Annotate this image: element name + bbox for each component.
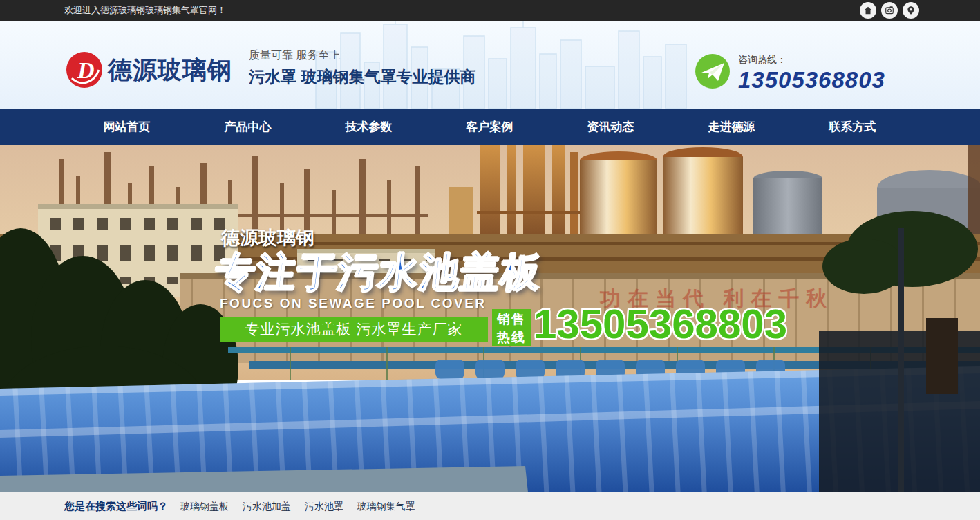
nav-list: 网站首页 产品中心 技术参数 客户案例 资讯动态 走进德源 联系方式 <box>66 109 913 145</box>
hotline-label: 咨询热线： <box>738 54 885 66</box>
slogan-line1: 质量可靠 服务至上 <box>249 48 475 63</box>
hero-hotline-number: 13505368803 <box>534 300 787 348</box>
keyword-link-4[interactable]: 玻璃钢集气罩 <box>357 501 415 512</box>
hero-photo: 功在当代 利在千秋 <box>0 145 980 492</box>
header-slogan: 质量可靠 服务至上 污水罩 玻璃钢集气罩专业提供商 <box>249 48 475 88</box>
hero-banner[interactable]: 功在当代 利在千秋 <box>0 145 980 492</box>
header-hotline: 咨询热线： 13505368803 <box>695 54 885 93</box>
keyword-link-2[interactable]: 污水池加盖 <box>243 501 291 512</box>
nav-item-products[interactable]: 产品中心 <box>187 109 308 145</box>
keyword-link-1[interactable]: 玻璃钢盖板 <box>180 501 229 512</box>
search-bar: 您是在搜索这些词吗？ 玻璃钢盖板 污水池加盖 污水池罩 玻璃钢集气罩 搜索 <box>0 492 980 520</box>
nav-item-news[interactable]: 资讯动态 <box>550 109 671 145</box>
topbar: 欢迎进入德源玻璃钢玻璃钢集气罩官网！ <box>0 0 980 21</box>
nav-item-specs[interactable]: 技术参数 <box>308 109 429 145</box>
welcome-text: 欢迎进入德源玻璃钢玻璃钢集气罩官网！ <box>64 0 226 21</box>
slogan-line2: 污水罩 玻璃钢集气罩专业提供商 <box>249 66 475 88</box>
home-icon[interactable] <box>860 2 876 19</box>
nav-item-cases[interactable]: 客户案例 <box>429 109 550 145</box>
hero-subheadline: FOUCS ON SEWAGE POOL COVER <box>220 296 487 311</box>
search-hint-label: 您是在搜索这些词吗？ <box>64 500 168 512</box>
logo-text: 德源玻璃钢 <box>108 54 232 86</box>
main-nav: 网站首页 产品中心 技术参数 客户案例 资讯动态 走进德源 联系方式 <box>0 109 980 145</box>
hotline-number: 13505368803 <box>738 67 885 93</box>
keyword-link-3[interactable]: 污水池罩 <box>305 501 343 512</box>
hero-headline: 专注于污水池盖板 <box>212 246 545 299</box>
paper-plane-icon <box>695 54 730 89</box>
hero-hotline-badge: 销售 热线 <box>492 309 531 346</box>
badge-line1: 销售 <box>492 310 531 328</box>
badge-line2: 热线 <box>492 328 531 346</box>
nav-item-contact[interactable]: 联系方式 <box>792 109 913 145</box>
header: D 德源玻璃钢 质量可靠 服务至上 污水罩 玻璃钢集气罩专业提供商 咨询热线： … <box>0 21 980 109</box>
location-icon[interactable] <box>903 2 919 19</box>
hero-slogan-button: 专业污水池盖板 污水罩生产厂家 <box>220 317 488 342</box>
logo-icon: D <box>66 52 102 88</box>
page: 欢迎进入德源玻璃钢玻璃钢集气罩官网！ D <box>0 0 980 520</box>
nav-item-home[interactable]: 网站首页 <box>66 109 187 145</box>
topbar-social-icons <box>860 2 919 19</box>
instagram-icon[interactable] <box>881 2 898 19</box>
nav-item-about[interactable]: 走进德源 <box>671 109 792 145</box>
logo[interactable]: D 德源玻璃钢 <box>66 52 232 88</box>
